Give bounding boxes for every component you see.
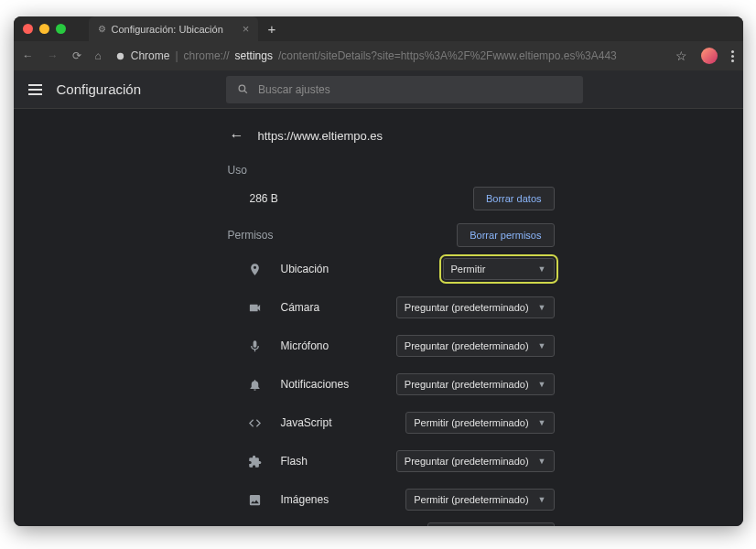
main-content: ← https://www.eltiempo.es Uso 286 B Borr… <box>213 109 569 526</box>
permission-flash-select[interactable]: Preguntar (predeterminado)▼ <box>396 450 555 472</box>
permission-camera-select[interactable]: Preguntar (predeterminado)▼ <box>396 296 555 318</box>
permission-images-label: Imágenes <box>281 493 329 506</box>
usage-size: 286 B <box>250 192 473 205</box>
search-icon <box>237 83 249 95</box>
permission-images-select[interactable]: Permitir (predeterminado)▼ <box>405 489 554 511</box>
chevron-down-icon: ▼ <box>538 303 546 312</box>
chevron-down-icon: ▼ <box>538 418 546 427</box>
permission-mic-label: Micrófono <box>281 339 329 352</box>
permission-flash-label: Flash <box>281 455 308 468</box>
browser-toolbar: ← → ⟳ ⌂ Chrome | chrome://settings/conte… <box>14 41 743 70</box>
puzzle-icon <box>243 455 268 468</box>
permission-notifications-select[interactable]: Preguntar (predeterminado)▼ <box>396 373 555 395</box>
sidebar <box>14 109 213 526</box>
permission-js-label: JavaScript <box>281 416 332 429</box>
permission-location-label: Ubicación <box>281 263 329 275</box>
nav-reload[interactable]: ⟳ <box>72 49 81 62</box>
settings-search[interactable] <box>226 76 583 103</box>
microphone-icon <box>243 339 268 353</box>
search-input[interactable] <box>258 83 572 96</box>
profile-avatar[interactable] <box>701 48 718 64</box>
chrome-secure-pill: Chrome <box>131 49 170 62</box>
window-maximize[interactable] <box>56 24 66 34</box>
browser-menu-icon[interactable] <box>731 50 734 62</box>
image-icon <box>243 493 268 507</box>
bell-icon <box>243 378 268 392</box>
svg-line-2 <box>244 91 247 93</box>
nav-back[interactable]: ← <box>23 49 34 62</box>
new-tab-button[interactable]: + <box>267 21 275 37</box>
svg-point-1 <box>239 85 245 92</box>
site-url: https://www.eltiempo.es <box>258 129 383 143</box>
tab-close-icon[interactable]: × <box>243 22 250 36</box>
gear-icon: ⚙ <box>98 24 106 34</box>
settings-header: Configuración <box>14 70 743 109</box>
clear-data-button[interactable]: Borrar datos <box>473 187 555 210</box>
permission-location-select[interactable]: Permitir▼ <box>443 258 555 280</box>
code-icon <box>243 416 268 430</box>
permissions-label: Permisos <box>228 229 274 242</box>
nav-forward[interactable]: → <box>48 49 59 62</box>
page-title: Configuración <box>57 81 142 97</box>
permission-js-select[interactable]: Permitir (predeterminado)▼ <box>405 412 554 434</box>
permission-notifications-label: Notificaciones <box>281 378 350 391</box>
window-minimize[interactable] <box>39 24 49 34</box>
lock-icon <box>115 51 125 61</box>
reset-permissions-button[interactable]: Borrar permisos <box>457 223 554 247</box>
chevron-down-icon: ▼ <box>538 341 546 350</box>
chevron-down-icon: ▼ <box>538 495 546 504</box>
browser-tab[interactable]: ⚙ Configuración: Ubicación × <box>89 16 259 41</box>
nav-home[interactable]: ⌂ <box>95 49 102 62</box>
usage-section-label: Uso <box>221 153 562 182</box>
right-gutter <box>569 109 743 526</box>
chevron-down-icon: ▼ <box>538 264 546 274</box>
chevron-down-icon: ▼ <box>538 457 546 466</box>
back-arrow-icon[interactable]: ← <box>230 127 244 144</box>
camera-icon <box>243 301 268 315</box>
permission-mic-select[interactable]: Preguntar (predeterminado)▼ <box>396 335 555 357</box>
window-close[interactable] <box>23 24 33 34</box>
omnibox[interactable]: Chrome | chrome://settings/content/siteD… <box>115 49 662 62</box>
permission-camera-label: Cámara <box>281 301 320 314</box>
bookmark-star-icon[interactable]: ☆ <box>675 48 687 63</box>
chevron-down-icon: ▼ <box>538 380 546 389</box>
svg-point-0 <box>117 52 124 59</box>
browser-title-bar: ⚙ Configuración: Ubicación × + <box>14 16 743 41</box>
permission-popups-select[interactable]: Permitir (predeterminado)▼ <box>427 522 554 526</box>
location-icon <box>243 263 268 276</box>
tab-title: Configuración: Ubicación <box>112 24 223 35</box>
hamburger-menu-icon[interactable] <box>28 84 42 95</box>
